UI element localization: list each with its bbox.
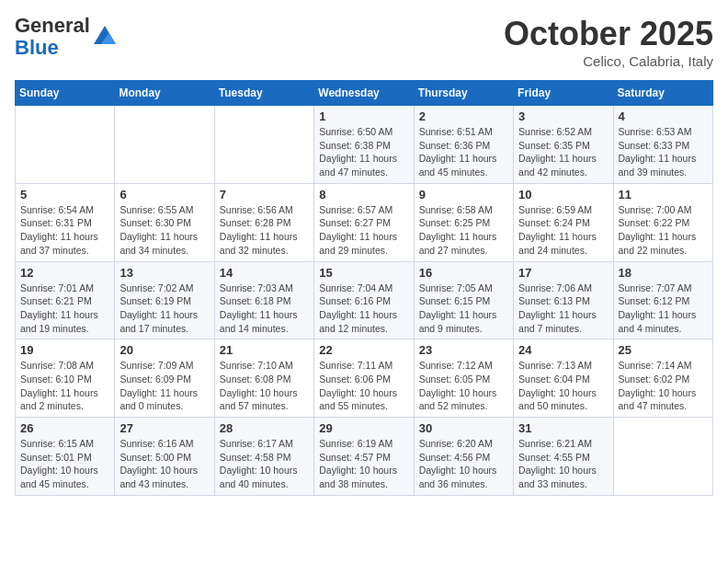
calendar-cell: 13Sunrise: 7:02 AM Sunset: 6:19 PM Dayli… [115, 261, 214, 339]
calendar-cell: 10Sunrise: 6:59 AM Sunset: 6:24 PM Dayli… [514, 183, 613, 261]
day-number: 21 [220, 343, 309, 357]
calendar-cell [214, 106, 313, 184]
day-info: Sunrise: 7:07 AM Sunset: 6:12 PM Dayligh… [619, 282, 708, 336]
weekday-header-row: SundayMondayTuesdayWednesdayThursdayFrid… [16, 81, 713, 106]
calendar-cell: 11Sunrise: 7:00 AM Sunset: 6:22 PM Dayli… [613, 183, 712, 261]
day-info: Sunrise: 6:16 AM Sunset: 5:00 PM Dayligh… [119, 437, 209, 491]
weekday-header: Saturday [613, 81, 712, 106]
location-subtitle: Celico, Calabria, Italy [504, 53, 713, 69]
day-info: Sunrise: 6:19 AM Sunset: 4:57 PM Dayligh… [319, 437, 408, 491]
calendar-cell: 7Sunrise: 6:56 AM Sunset: 6:28 PM Daylig… [214, 183, 313, 261]
calendar-cell: 12Sunrise: 7:01 AM Sunset: 6:21 PM Dayli… [16, 261, 115, 339]
weekday-header: Sunday [16, 81, 115, 106]
day-number: 8 [319, 188, 408, 201]
day-info: Sunrise: 6:52 AM Sunset: 6:35 PM Dayligh… [518, 125, 608, 179]
day-number: 3 [518, 109, 608, 123]
day-number: 12 [20, 266, 109, 280]
calendar-cell: 26Sunrise: 6:15 AM Sunset: 5:01 PM Dayli… [16, 418, 115, 496]
day-number: 16 [419, 266, 508, 280]
day-info: Sunrise: 7:05 AM Sunset: 6:15 PM Dayligh… [419, 282, 508, 336]
day-number: 13 [119, 266, 209, 280]
calendar-cell [613, 418, 712, 496]
day-info: Sunrise: 6:54 AM Sunset: 6:31 PM Dayligh… [20, 203, 109, 258]
day-number: 31 [518, 421, 608, 435]
logo-general-text: General [15, 14, 90, 37]
day-info: Sunrise: 6:56 AM Sunset: 6:28 PM Dayligh… [220, 203, 309, 258]
title-area: October 2025 Celico, Calabria, Italy [504, 15, 713, 69]
day-number: 5 [20, 188, 109, 201]
day-number: 29 [319, 421, 408, 435]
day-number: 25 [619, 343, 708, 357]
calendar-cell: 24Sunrise: 7:13 AM Sunset: 6:04 PM Dayli… [514, 339, 613, 418]
weekday-header: Monday [115, 81, 214, 106]
calendar-table: SundayMondayTuesdayWednesdayThursdayFrid… [15, 80, 713, 496]
day-info: Sunrise: 7:14 AM Sunset: 6:02 PM Dayligh… [619, 359, 708, 413]
day-info: Sunrise: 7:10 AM Sunset: 6:08 PM Dayligh… [220, 359, 309, 413]
calendar-cell: 31Sunrise: 6:21 AM Sunset: 4:55 PM Dayli… [514, 418, 613, 496]
calendar-cell: 5Sunrise: 6:54 AM Sunset: 6:31 PM Daylig… [16, 183, 115, 261]
calendar-cell [16, 106, 115, 184]
day-info: Sunrise: 7:12 AM Sunset: 6:05 PM Dayligh… [419, 359, 508, 413]
day-info: Sunrise: 7:02 AM Sunset: 6:19 PM Dayligh… [119, 282, 209, 336]
day-info: Sunrise: 7:01 AM Sunset: 6:21 PM Dayligh… [20, 282, 109, 336]
day-info: Sunrise: 7:06 AM Sunset: 6:13 PM Dayligh… [518, 282, 608, 336]
day-info: Sunrise: 6:55 AM Sunset: 6:30 PM Dayligh… [119, 203, 209, 258]
calendar-cell: 22Sunrise: 7:11 AM Sunset: 6:06 PM Dayli… [314, 339, 414, 418]
month-title: October 2025 [504, 15, 713, 53]
day-number: 30 [419, 421, 508, 435]
calendar-cell: 23Sunrise: 7:12 AM Sunset: 6:05 PM Dayli… [414, 339, 513, 418]
day-number: 18 [619, 266, 708, 280]
day-number: 11 [619, 188, 708, 201]
calendar-cell: 9Sunrise: 6:58 AM Sunset: 6:25 PM Daylig… [414, 183, 513, 261]
weekday-header: Thursday [414, 81, 513, 106]
day-info: Sunrise: 6:17 AM Sunset: 4:58 PM Dayligh… [220, 437, 309, 491]
day-info: Sunrise: 7:04 AM Sunset: 6:16 PM Dayligh… [319, 282, 408, 336]
calendar-cell: 2Sunrise: 6:51 AM Sunset: 6:36 PM Daylig… [414, 106, 513, 184]
day-number: 17 [518, 266, 608, 280]
day-info: Sunrise: 6:21 AM Sunset: 4:55 PM Dayligh… [518, 437, 608, 491]
calendar-cell: 14Sunrise: 7:03 AM Sunset: 6:18 PM Dayli… [214, 261, 313, 339]
day-info: Sunrise: 7:11 AM Sunset: 6:06 PM Dayligh… [319, 359, 408, 413]
weekday-header: Friday [514, 81, 613, 106]
day-info: Sunrise: 6:51 AM Sunset: 6:36 PM Dayligh… [419, 125, 508, 179]
day-info: Sunrise: 6:50 AM Sunset: 6:38 PM Dayligh… [319, 125, 408, 179]
day-info: Sunrise: 7:13 AM Sunset: 6:04 PM Dayligh… [518, 359, 608, 413]
calendar-week-row: 5Sunrise: 6:54 AM Sunset: 6:31 PM Daylig… [16, 183, 713, 261]
logo-blue-text: Blue [15, 36, 59, 59]
calendar-cell: 16Sunrise: 7:05 AM Sunset: 6:15 PM Dayli… [414, 261, 513, 339]
calendar-cell [115, 106, 214, 184]
day-number: 22 [319, 343, 408, 357]
day-number: 14 [220, 266, 309, 280]
day-number: 24 [518, 343, 608, 357]
calendar-cell: 15Sunrise: 7:04 AM Sunset: 6:16 PM Dayli… [314, 261, 414, 339]
day-info: Sunrise: 7:08 AM Sunset: 6:10 PM Dayligh… [20, 359, 109, 413]
calendar-cell: 25Sunrise: 7:14 AM Sunset: 6:02 PM Dayli… [613, 339, 712, 418]
calendar-cell: 4Sunrise: 6:53 AM Sunset: 6:33 PM Daylig… [613, 106, 712, 184]
day-number: 10 [518, 188, 608, 201]
calendar-cell: 19Sunrise: 7:08 AM Sunset: 6:10 PM Dayli… [16, 339, 115, 418]
day-number: 15 [319, 266, 408, 280]
calendar-cell: 20Sunrise: 7:09 AM Sunset: 6:09 PM Dayli… [115, 339, 214, 418]
calendar-week-row: 19Sunrise: 7:08 AM Sunset: 6:10 PM Dayli… [16, 339, 713, 418]
day-info: Sunrise: 7:00 AM Sunset: 6:22 PM Dayligh… [619, 203, 708, 258]
day-number: 2 [419, 109, 508, 123]
logo-icon [92, 24, 118, 50]
calendar-cell: 29Sunrise: 6:19 AM Sunset: 4:57 PM Dayli… [314, 418, 414, 496]
calendar-cell: 18Sunrise: 7:07 AM Sunset: 6:12 PM Dayli… [613, 261, 712, 339]
day-number: 27 [119, 421, 209, 435]
calendar-cell: 6Sunrise: 6:55 AM Sunset: 6:30 PM Daylig… [115, 183, 214, 261]
day-info: Sunrise: 6:15 AM Sunset: 5:01 PM Dayligh… [20, 437, 109, 491]
calendar-week-row: 12Sunrise: 7:01 AM Sunset: 6:21 PM Dayli… [16, 261, 713, 339]
page-header: General Blue October 2025 Celico, Calabr… [15, 15, 713, 69]
calendar-cell: 3Sunrise: 6:52 AM Sunset: 6:35 PM Daylig… [514, 106, 613, 184]
day-number: 9 [419, 188, 508, 201]
day-number: 19 [20, 343, 109, 357]
day-number: 6 [119, 188, 209, 201]
day-info: Sunrise: 7:03 AM Sunset: 6:18 PM Dayligh… [220, 282, 309, 336]
day-number: 26 [20, 421, 109, 435]
calendar-cell: 8Sunrise: 6:57 AM Sunset: 6:27 PM Daylig… [314, 183, 414, 261]
day-info: Sunrise: 6:53 AM Sunset: 6:33 PM Dayligh… [619, 125, 708, 179]
day-number: 1 [319, 109, 408, 123]
calendar-cell: 30Sunrise: 6:20 AM Sunset: 4:56 PM Dayli… [414, 418, 513, 496]
day-number: 20 [119, 343, 209, 357]
